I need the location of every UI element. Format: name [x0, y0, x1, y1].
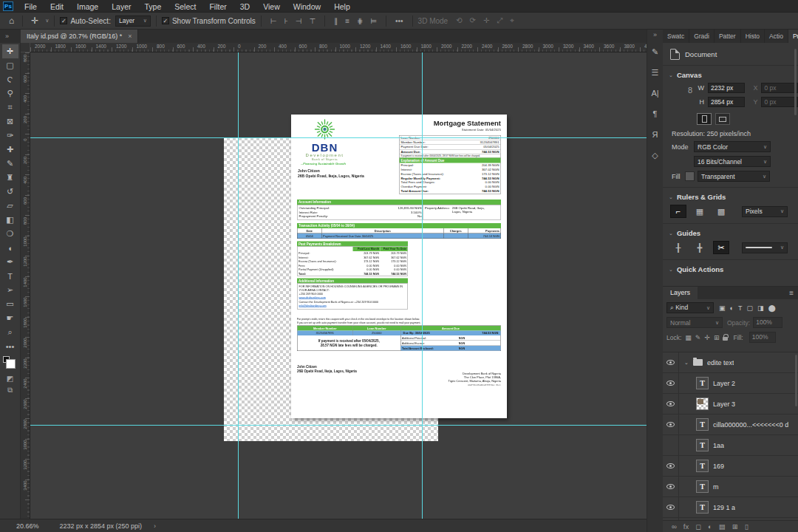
move-tool[interactable]: ✛	[2, 44, 18, 58]
new-layer-icon[interactable]: ⊞	[732, 522, 738, 531]
panel-menu-icon[interactable]: ≡	[785, 287, 798, 299]
screen-mode-icon[interactable]: ⧉	[2, 384, 18, 396]
align-right-icon[interactable]: ⊣	[292, 17, 306, 25]
pixel-grid-toggle-icon[interactable]: ▩	[713, 205, 729, 218]
visibility-toggle[interactable]	[663, 352, 679, 372]
panel-tab-patter[interactable]: Patter	[715, 30, 741, 43]
align-top-icon[interactable]: ⊤	[305, 17, 319, 25]
layer-row-3[interactable]: Layer 3	[663, 394, 798, 415]
guide-horizontal-2[interactable]	[30, 425, 647, 426]
layer-mask-icon[interactable]: ◻	[695, 522, 701, 531]
background-color-swatch[interactable]	[6, 359, 16, 369]
adjustment-layer-icon[interactable]: ◐	[708, 522, 712, 531]
rectangular-marquee-tool[interactable]: ▢	[2, 58, 18, 72]
distribute-top-icon[interactable]: ⊨	[366, 17, 381, 25]
rulers-grids-section-header[interactable]: ⌄ Rulers & Grids	[669, 193, 798, 201]
orientation-portrait-button[interactable]	[697, 113, 712, 125]
ruler-units-dropdown[interactable]: Pixels ∨	[742, 206, 788, 217]
statement-link[interactable]: info@devbanking.com	[299, 304, 406, 307]
panel-tab-actio[interactable]: Actio	[765, 30, 788, 43]
visibility-toggle[interactable]	[663, 497, 679, 517]
add-guides-icon[interactable]: ╂	[670, 241, 686, 254]
filter-shape-layers-icon[interactable]: ▢	[745, 304, 754, 312]
layer-effects-icon[interactable]: fx	[683, 522, 689, 531]
eraser-tool[interactable]: ▱	[2, 199, 18, 213]
path-selection-tool[interactable]: ➢	[2, 283, 18, 297]
panel-tab-histo[interactable]: Histo	[741, 30, 765, 43]
menu-type[interactable]: Type	[137, 2, 168, 11]
width-field[interactable]: 2232 px	[708, 83, 745, 93]
menu-edit[interactable]: Edit	[44, 2, 70, 11]
gradient-tool[interactable]: ◧	[2, 213, 18, 227]
visibility-toggle[interactable]	[663, 456, 679, 476]
more-options-icon[interactable]: •••	[392, 17, 407, 25]
fill-dropdown[interactable]: Transparent ∨	[698, 171, 770, 182]
toolbar-collapse-icon[interactable]: »	[0, 30, 21, 43]
hand-tool[interactable]: ☛	[2, 311, 18, 325]
align-left-icon[interactable]: ⊢	[267, 17, 281, 25]
grid-toggle-icon[interactable]: ▦	[692, 205, 708, 218]
statement-link[interactable]: www.devbanking.com	[299, 296, 406, 300]
status-chevron-icon[interactable]: ›	[154, 522, 156, 530]
clone-stamp-tool[interactable]: ♜	[2, 171, 18, 185]
rulers-toggle-icon[interactable]: ⌐	[670, 205, 686, 218]
vertical-ruler[interactable]: 8006004002000200400600800100012001400160…	[21, 52, 30, 519]
guide-horizontal-1[interactable]	[30, 137, 647, 138]
lock-position-icon[interactable]: ✛	[704, 334, 710, 341]
tab-layers[interactable]: Layers	[663, 287, 698, 299]
mortgage-statement-document[interactable]: DBN Development Bank of Nigeria ...Finan…	[291, 115, 507, 418]
visibility-toggle[interactable]	[663, 477, 679, 497]
tool-presets-icon[interactable]: ☰	[648, 64, 663, 81]
blur-tool[interactable]: ❍	[2, 227, 18, 241]
filter-smart-objects-icon[interactable]: ◨	[756, 304, 765, 312]
menu-window[interactable]: Window	[287, 2, 327, 11]
chevron-down-icon[interactable]: ∨	[45, 18, 49, 24]
brush-tool[interactable]: ✎	[2, 157, 18, 171]
frame-tool[interactable]: ⊠	[2, 115, 18, 129]
menu-image[interactable]: Image	[70, 2, 105, 11]
distribute-v-icon[interactable]: ≡	[341, 17, 353, 25]
link-dimensions-icon[interactable]: 8	[688, 86, 692, 95]
lasso-tool[interactable]: Ϛ	[2, 72, 18, 86]
libraries-panel-icon[interactable]: ◇	[648, 146, 663, 164]
panel-tab-swatc[interactable]: Swatc	[663, 30, 689, 43]
type-tool[interactable]: T	[2, 269, 18, 283]
pen-tool[interactable]: ✒	[2, 255, 18, 269]
visibility-toggle[interactable]	[663, 415, 679, 434]
guide-vertical-2[interactable]	[422, 52, 423, 519]
delete-layer-icon[interactable]: ▯	[745, 522, 748, 531]
filter-toggle-icon[interactable]: ⬤	[766, 304, 777, 312]
lock-transparency-icon[interactable]: ▦	[685, 334, 692, 341]
filter-type-layers-icon[interactable]: T	[737, 304, 744, 312]
layer-row-7[interactable]: Tm	[663, 477, 798, 497]
canvas-section-header[interactable]: ⌄ Canvas	[669, 71, 798, 79]
home-icon[interactable]: ⌂	[6, 16, 17, 26]
dodge-tool[interactable]: ◖	[2, 241, 18, 255]
lock-guides-icon[interactable]: ✂	[713, 241, 729, 254]
menu-select[interactable]: Select	[168, 2, 202, 11]
distribute-left-icon[interactable]: ⋕	[353, 17, 366, 25]
lock-pixels-icon[interactable]: ✎	[695, 334, 701, 341]
ruler-origin-corner[interactable]	[21, 43, 30, 52]
quick-actions-section-header[interactable]: ⌄ Quick Actions	[669, 265, 798, 273]
panel-tab-gradi[interactable]: Gradi	[689, 30, 715, 43]
orientation-landscape-button[interactable]	[715, 113, 730, 125]
color-mode-dropdown[interactable]: RGB Color ∨	[694, 141, 771, 152]
crop-tool[interactable]: ⌗	[2, 100, 18, 115]
dock-collapse-icon[interactable]: »	[653, 30, 657, 40]
menu-view[interactable]: View	[256, 2, 287, 11]
healing-brush-tool[interactable]: ✚	[2, 143, 18, 157]
chevron-down-icon[interactable]: ⌄	[684, 360, 689, 366]
zoom-tool[interactable]: ⌕	[2, 325, 18, 339]
visibility-toggle[interactable]	[663, 373, 679, 393]
color-swatches[interactable]	[2, 356, 18, 372]
auto-select-target-dropdown[interactable]: Layer ∨	[115, 16, 151, 27]
canvas-area[interactable]: DBN Development Bank of Nigeria ...Finan…	[30, 52, 647, 519]
properties-scrollbar[interactable]	[794, 49, 797, 115]
eyedropper-tool[interactable]: ✑	[2, 129, 18, 143]
layer-filter-kind-dropdown[interactable]: ⌕ Kind ∨	[666, 302, 714, 313]
menu-3d[interactable]: 3D	[233, 2, 256, 11]
guide-layout-icon[interactable]: ╋	[692, 241, 708, 254]
layer-row-8[interactable]: T129 1 a	[663, 497, 798, 518]
height-field[interactable]: 2854 px	[708, 97, 745, 107]
